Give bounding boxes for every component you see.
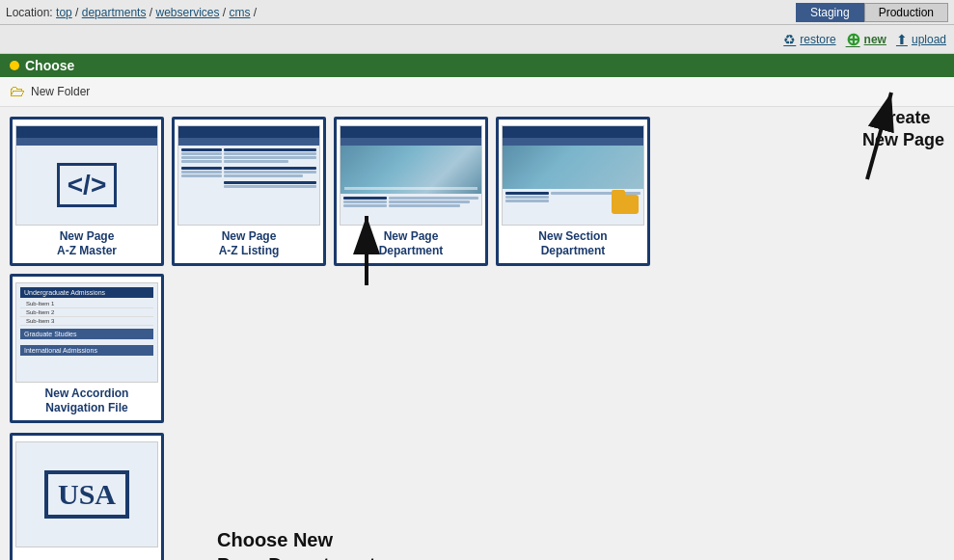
choose-dot xyxy=(10,61,19,70)
card-accordion-nav[interactable]: Undergraduate Admissions Sub-Item 1 Sub-… xyxy=(10,274,164,423)
bottom-row: USA New File Choose NewPage Department xyxy=(10,433,944,560)
card-az-listing[interactable]: New PageA-Z Listing xyxy=(172,117,326,266)
choose-header: Choose xyxy=(0,54,954,77)
restore-button[interactable]: ♻ restore xyxy=(783,32,835,47)
accordion-section2: Graduate Studies xyxy=(20,329,153,339)
card-az-master[interactable]: </> New PageA-Z Master xyxy=(10,117,164,266)
card-thumbnail-new-file: USA xyxy=(15,441,158,547)
upload-button[interactable]: ⬆ upload xyxy=(896,32,946,47)
card-label-section-dept: New SectionDepartment xyxy=(538,229,607,259)
top-bar: Location: top / departments / webservice… xyxy=(0,0,954,25)
card-label-az-master: New PageA-Z Master xyxy=(57,229,117,259)
card-new-file[interactable]: USA New File xyxy=(10,433,164,560)
accordion-sub1: Sub-Item 1 xyxy=(20,300,153,308)
new-folder-row[interactable]: 🗁 New Folder xyxy=(0,77,954,107)
choose-dept-arrow xyxy=(323,199,420,295)
main-content: CreateNew Page </> New PageA-Z Master xyxy=(0,107,954,560)
production-tab[interactable]: Production xyxy=(864,3,948,22)
accordion-header: Undergraduate Admissions xyxy=(20,287,153,298)
breadcrumb-cms[interactable]: cms xyxy=(230,6,251,19)
breadcrumb-top[interactable]: top xyxy=(56,6,72,19)
card-label-accordion-nav: New AccordionNavigation File xyxy=(45,387,129,416)
annotation-create-new: CreateNew Page xyxy=(862,107,944,152)
card-thumbnail-accordion-nav: Undergraduate Admissions Sub-Item 1 Sub-… xyxy=(15,282,158,383)
new-folder-label: New Folder xyxy=(31,85,90,98)
card-thumbnail-section-dept xyxy=(502,125,644,226)
accordion-sub2: Sub-Item 2 xyxy=(20,308,153,317)
card-thumbnail-az-listing xyxy=(177,125,320,226)
usa-logo-icon: USA xyxy=(44,470,129,519)
accordion-section3: International Admissions xyxy=(20,345,153,356)
code-icon: </> xyxy=(57,163,117,207)
accordion-sub3: Sub-Item 3 xyxy=(20,317,153,326)
breadcrumb-departments[interactable]: departments xyxy=(82,6,147,19)
action-bar: ♻ restore ⊕ new ⬆ upload xyxy=(0,25,954,54)
card-label-az-listing: New PageA-Z Listing xyxy=(219,229,280,259)
card-section-dept[interactable]: New SectionDepartment xyxy=(496,117,650,266)
restore-icon: ♻ xyxy=(783,32,796,47)
card-thumbnail-az-master: </> xyxy=(15,125,158,226)
card-grid-top: </> New PageA-Z Master xyxy=(10,117,944,423)
upload-icon: ⬆ xyxy=(896,32,908,47)
staging-tab[interactable]: Staging xyxy=(796,3,864,22)
new-icon: ⊕ xyxy=(846,29,860,50)
new-button[interactable]: ⊕ new xyxy=(846,29,886,50)
env-tabs: Staging Production xyxy=(796,3,948,22)
annotation-choose-dept: Choose NewPage Department xyxy=(217,527,376,560)
breadcrumb: Location: top / departments / webservice… xyxy=(6,6,257,19)
folder-icon: 🗁 xyxy=(10,83,25,100)
breadcrumb-webservices[interactable]: webservices xyxy=(155,6,219,19)
